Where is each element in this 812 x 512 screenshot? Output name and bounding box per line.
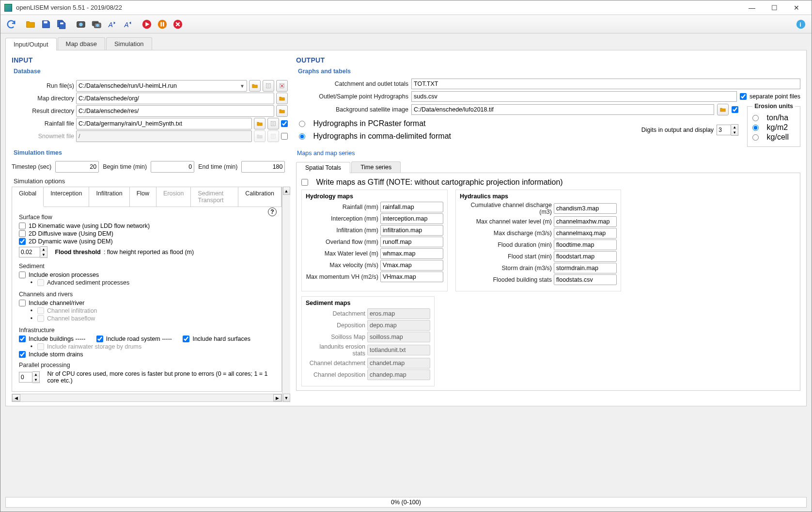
map-input[interactable] <box>380 237 443 247</box>
rainfall-list-button[interactable] <box>267 118 279 129</box>
spin-down-icon[interactable]: ▼ <box>731 130 738 135</box>
rainfall-input[interactable] <box>76 118 252 129</box>
hard-checkbox[interactable] <box>183 336 189 342</box>
maps-series-link[interactable]: Maps and map series <box>297 150 800 157</box>
kgcell-label: kg/cell <box>767 133 789 142</box>
resultdir-input[interactable] <box>76 105 274 117</box>
map-input[interactable] <box>554 228 617 239</box>
spin-up-icon[interactable]: ▲ <box>731 125 738 130</box>
font-small-icon[interactable]: A <box>121 17 134 31</box>
refresh-icon[interactable] <box>4 17 18 31</box>
spin-down-icon[interactable]: ▼ <box>32 377 39 383</box>
kgm2-radio[interactable] <box>752 125 759 131</box>
dynamic-checkbox[interactable] <box>19 238 26 245</box>
resultdir-browse-button[interactable] <box>276 105 288 117</box>
spin-down-icon[interactable]: ▼ <box>40 252 47 257</box>
tab-time-series[interactable]: Time series <box>351 161 401 173</box>
maximize-button[interactable]: ☐ <box>763 0 785 15</box>
stop-icon[interactable] <box>171 17 185 31</box>
scroll-up-icon[interactable]: ▲ <box>283 187 290 195</box>
csv-radio[interactable] <box>299 133 305 140</box>
bg-checkbox[interactable] <box>732 106 738 113</box>
map-input[interactable] <box>380 213 443 224</box>
begintime-input[interactable] <box>151 161 194 173</box>
save-icon[interactable] <box>39 17 53 31</box>
endtime-input[interactable] <box>241 161 285 173</box>
flood-threshold-spinner[interactable]: ▲▼ <box>19 246 47 258</box>
spin-up-icon[interactable]: ▲ <box>32 372 39 377</box>
kinematic-checkbox[interactable] <box>19 223 26 229</box>
mapdir-input[interactable] <box>76 93 274 104</box>
snowmelt-checkbox[interactable] <box>281 133 288 140</box>
runfiles-browse-button[interactable] <box>249 80 261 92</box>
digits-value[interactable] <box>717 125 731 135</box>
tab-input-output[interactable]: Input/Output <box>5 38 57 50</box>
map-input[interactable] <box>380 272 443 282</box>
cores-value[interactable] <box>19 372 32 383</box>
runfiles-list-button[interactable] <box>263 80 274 92</box>
timestep-input[interactable] <box>55 161 99 173</box>
bg-input[interactable] <box>411 104 714 115</box>
erosion-checkbox[interactable] <box>19 272 26 278</box>
screenshot-multi-icon[interactable] <box>90 17 103 31</box>
map-input[interactable] <box>554 263 617 273</box>
kinematic-label: 1D Kinematic wave (using LDD flow networ… <box>29 223 150 229</box>
open-icon[interactable] <box>24 17 37 31</box>
minimize-button[interactable]: — <box>741 0 763 15</box>
pause-icon[interactable] <box>156 17 169 31</box>
map-input <box>367 320 430 331</box>
gtiff-checkbox[interactable] <box>301 179 308 186</box>
spin-up-icon[interactable]: ▲ <box>40 247 47 252</box>
optab-infiltration[interactable]: Infiltration <box>89 187 129 207</box>
roads-checkbox[interactable] <box>96 336 103 342</box>
map-input[interactable] <box>380 202 443 212</box>
info-icon[interactable]: i <box>794 17 808 31</box>
outlet-input[interactable] <box>411 91 737 102</box>
buildings-checkbox[interactable] <box>19 336 26 342</box>
bg-browse-button[interactable] <box>717 104 729 115</box>
optab-calibration[interactable]: Calibration <box>238 187 281 207</box>
diffusive-checkbox[interactable] <box>19 230 26 237</box>
mapdir-browse-button[interactable] <box>276 93 288 104</box>
help-icon[interactable]: ? <box>268 208 277 216</box>
map-input[interactable] <box>554 216 617 227</box>
map-input[interactable] <box>554 274 617 285</box>
cores-spinner[interactable]: ▲▼ <box>19 371 40 383</box>
rainfall-checkbox[interactable] <box>281 120 288 127</box>
channel-checkbox[interactable] <box>19 300 26 306</box>
save-as-icon[interactable] <box>55 17 68 31</box>
scroll-left-icon[interactable]: ◀ <box>12 394 20 401</box>
digits-spinner[interactable]: ▲▼ <box>717 124 738 136</box>
vscrollbar[interactable]: ▲ ▼ <box>282 187 290 402</box>
font-reset-icon[interactable]: A <box>105 17 119 31</box>
storm-checkbox[interactable] <box>19 351 26 358</box>
map-input[interactable] <box>380 225 443 236</box>
hscrollbar[interactable]: ◀ ▶ <box>12 394 282 402</box>
tab-spatial-totals[interactable]: Spatial Totals <box>296 162 350 173</box>
optab-flow[interactable]: Flow <box>130 187 156 207</box>
kgcell-radio[interactable] <box>752 134 759 141</box>
optab-interception[interactable]: Interception <box>44 187 89 207</box>
runfiles-remove-button[interactable] <box>276 80 288 92</box>
rainfall-browse-button[interactable] <box>254 118 265 129</box>
map-input[interactable] <box>554 203 617 214</box>
close-button[interactable]: ✕ <box>785 0 808 15</box>
tonha-label: ton/ha <box>767 113 788 122</box>
map-input[interactable] <box>554 240 617 250</box>
map-input[interactable] <box>380 260 443 271</box>
tab-simulation[interactable]: Simulation <box>106 37 152 50</box>
optab-global[interactable]: Global <box>12 187 44 207</box>
scroll-right-icon[interactable]: ▶ <box>273 394 281 401</box>
pcraster-radio[interactable] <box>299 121 305 127</box>
catch-input[interactable] <box>411 79 800 89</box>
scroll-down-icon[interactable]: ▼ <box>283 394 290 402</box>
tonha-radio[interactable] <box>752 115 759 121</box>
map-input[interactable] <box>380 248 443 259</box>
flood-threshold-value[interactable] <box>19 247 40 257</box>
map-input[interactable] <box>554 251 617 262</box>
screenshot-icon[interactable] <box>74 17 88 31</box>
run-icon[interactable] <box>140 17 154 31</box>
runfiles-combo[interactable]: C:/Data/enschede/run/U-heimLH.run▼ <box>76 80 247 92</box>
seppoints-checkbox[interactable] <box>740 93 747 100</box>
tab-map-dbase[interactable]: Map dbase <box>58 37 105 50</box>
